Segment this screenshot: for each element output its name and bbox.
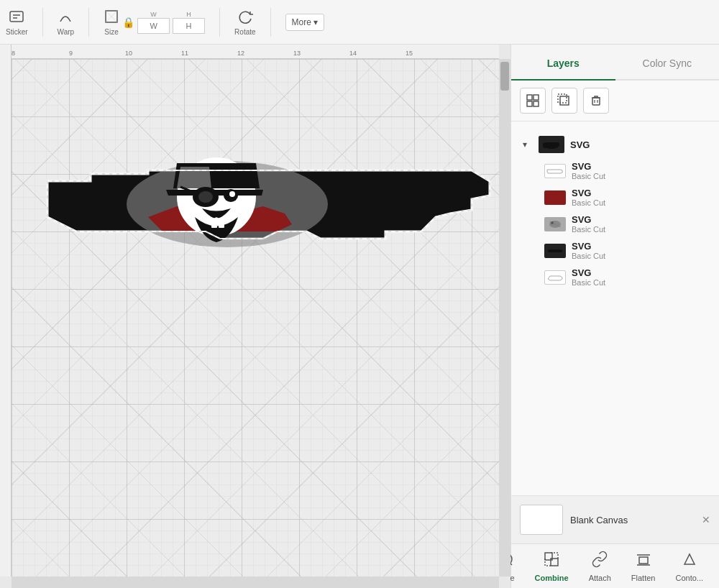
close-blank-canvas-button[interactable]: ✕ (702, 514, 710, 525)
child-4-name: SVG (572, 241, 707, 252)
ruler-num-8: 8 (12, 50, 15, 57)
chevron-down-icon: ▾ (523, 139, 533, 150)
contour-label: Conto... (675, 574, 703, 582)
height-input[interactable] (173, 18, 205, 34)
ruler-num-14: 14 (349, 50, 357, 57)
child-thumb-2 (544, 190, 566, 205)
sticker-icon (9, 9, 24, 28)
child-thumb-4 (544, 244, 566, 258)
svg-rect-17 (560, 96, 569, 105)
divider3 (219, 8, 220, 37)
svg-rect-18 (558, 94, 567, 103)
warp-icon (58, 9, 73, 28)
canvas-image[interactable] (33, 145, 493, 267)
parent-layer-name: SVG (570, 139, 707, 150)
delete-button[interactable] (583, 88, 609, 114)
svg-rect-19 (592, 98, 600, 105)
child-4-type: Basic Cut (572, 252, 707, 260)
attach-button[interactable]: Attach (582, 546, 618, 587)
child-5-type: Basic Cut (572, 278, 707, 287)
scrollbar-thumb-v[interactable] (500, 62, 509, 91)
flatten-button[interactable]: Flatten (624, 546, 663, 587)
height-input-wrap: H (173, 11, 205, 34)
layer-children: SVG Basic Cut SVG Basic Cut (520, 157, 710, 290)
child-4-info: SVG Basic Cut (572, 241, 707, 260)
bottom-toolbar: Slice Combine Attach Flatten (511, 543, 719, 588)
svg-rect-26 (548, 249, 562, 252)
warp-tool[interactable]: Warp (58, 9, 75, 36)
ruler-num-10: 10 (125, 50, 132, 57)
ruler-num-15: 15 (406, 50, 413, 57)
svg-rect-12 (219, 221, 224, 228)
layers-list: ▾ SVG SVG (511, 121, 719, 495)
lock-icon: 🔒 (122, 17, 134, 28)
ruler-left (0, 45, 12, 576)
horizontal-scrollbar[interactable] (12, 576, 499, 588)
svg-rect-16 (533, 101, 539, 106)
svg-rect-13 (527, 95, 532, 100)
svg-rect-32 (639, 557, 648, 564)
duplicate-button[interactable] (551, 88, 577, 114)
canvas-area[interactable]: 8 9 10 11 12 13 14 15 (0, 45, 510, 588)
tab-layers[interactable]: Layers (511, 45, 615, 79)
svg-rect-11 (211, 221, 217, 228)
attach-label: Attach (589, 574, 611, 582)
child-5-info: SVG Basic Cut (572, 267, 707, 287)
blank-canvas-label: Blank Canvas (570, 515, 628, 525)
layer-parent-item[interactable]: ▾ SVG (520, 132, 710, 157)
combine-label: Combine (535, 574, 569, 582)
layer-child-5[interactable]: SVG Basic Cut (541, 264, 710, 290)
child-3-type: Basic Cut (572, 225, 707, 234)
svg-point-10 (229, 191, 235, 197)
child-3-name: SVG (572, 214, 707, 225)
layer-child-2[interactable]: SVG Basic Cut (541, 184, 710, 211)
size-icon (104, 9, 119, 28)
ruler-num-12: 12 (237, 50, 244, 57)
child-2-type: Basic Cut (572, 198, 707, 207)
size-group: Size 🔒 W H (104, 9, 205, 36)
child-3-info: SVG Basic Cut (572, 214, 707, 234)
tab-color-sync[interactable]: Color Sync (615, 45, 720, 79)
parent-layer-info: SVG (570, 139, 707, 150)
layer-child-4[interactable]: SVG Basic Cut (541, 237, 710, 264)
svg-rect-14 (533, 95, 539, 100)
ruler-num-13: 13 (293, 50, 301, 57)
child-2-info: SVG Basic Cut (572, 188, 707, 207)
contour-button[interactable]: Conto... (668, 546, 710, 587)
divider4 (270, 8, 271, 37)
sticker-tool[interactable]: Sticker (6, 9, 28, 36)
top-toolbar: Sticker Warp Size 🔒 W H Rotate (0, 0, 719, 45)
child-thumb-5 (544, 270, 566, 285)
flatten-icon (635, 551, 652, 571)
vertical-scrollbar[interactable] (499, 59, 510, 576)
combine-button[interactable]: Combine (528, 546, 576, 587)
height-label: H (186, 11, 191, 18)
child-1-type: Basic Cut (572, 172, 707, 180)
ruler-num-9: 9 (69, 50, 73, 57)
rotate-icon (237, 9, 253, 28)
blank-canvas-section: Blank Canvas ✕ (511, 495, 719, 543)
child-thumb-1 (544, 164, 566, 178)
svg-rect-15 (527, 101, 532, 106)
more-chevron-icon: ▾ (313, 17, 318, 27)
width-input-wrap: W (137, 11, 170, 34)
more-button[interactable]: More ▾ (285, 14, 324, 31)
grid-canvas (12, 59, 499, 576)
child-1-name: SVG (572, 161, 707, 172)
rotate-tool[interactable]: Rotate (234, 9, 255, 36)
width-input[interactable] (137, 18, 170, 34)
flatten-label: Flatten (631, 574, 656, 582)
layer-parent-group: ▾ SVG SVG (511, 127, 719, 295)
attach-icon (591, 551, 608, 571)
warp-label: Warp (58, 28, 75, 36)
right-panel: Layers Color Sync ▾ (510, 45, 719, 588)
color-sync-tab-label: Color Sync (643, 58, 692, 69)
sticker-label: Sticker (6, 28, 28, 36)
divider2 (88, 8, 89, 37)
layer-child-3[interactable]: SVG Basic Cut (541, 211, 710, 237)
layers-tab-label: Layers (547, 58, 580, 69)
size-tool: Size (104, 9, 119, 36)
group-button[interactable] (520, 88, 546, 114)
main-area: 8 9 10 11 12 13 14 15 (0, 45, 719, 588)
layer-child-1[interactable]: SVG Basic Cut (541, 157, 710, 184)
